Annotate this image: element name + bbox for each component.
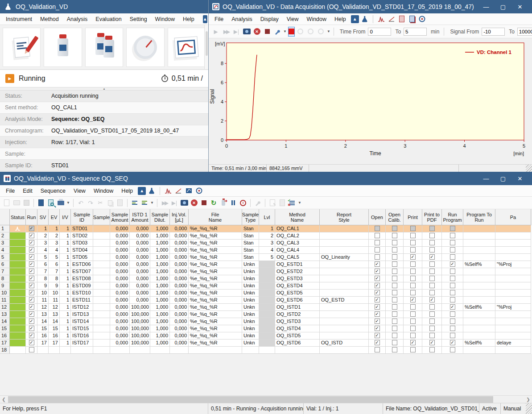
open-checkbox[interactable]: ✓ <box>375 333 380 338</box>
cell-status[interactable] <box>10 325 26 332</box>
cell-open_calib[interactable] <box>386 275 404 282</box>
cell-iv[interactable]: 1 <box>60 247 71 254</box>
menu-analysis[interactable]: Analysis <box>63 13 92 25</box>
cell-idx[interactable]: 12 <box>0 304 10 311</box>
run_program-checkbox[interactable] <box>450 347 455 352</box>
print_pdf-checkbox[interactable] <box>429 240 435 245</box>
cell-method_name[interactable]: OQ_ISTD1 <box>275 304 320 311</box>
cell-run[interactable]: ✓ <box>26 304 37 311</box>
copy-icon[interactable] <box>106 199 115 207</box>
cell-print[interactable] <box>404 232 422 240</box>
cell-param[interactable]: "%Proj <box>495 261 531 268</box>
cell-open_calib[interactable] <box>386 332 404 339</box>
method-icon[interactable] <box>397 15 406 24</box>
cell-iv[interactable] <box>60 347 71 354</box>
cell-run[interactable]: ✓ <box>26 240 37 247</box>
cell-run[interactable]: ✓ <box>26 261 37 268</box>
column-header-open[interactable]: Open <box>369 209 386 225</box>
cell-print_pdf[interactable] <box>422 311 442 318</box>
print_pdf-checkbox[interactable] <box>429 319 435 324</box>
cell-sample_amount[interactable]: 0,000 <box>110 332 130 339</box>
sequence-row-14[interactable]: 14✓14141ISTD140,000100,0001,0000,000%e_%… <box>0 318 532 325</box>
cell-sv[interactable]: 5 <box>37 254 49 261</box>
send-method-icon[interactable]: ➜ <box>219 199 228 207</box>
cell-run_program[interactable] <box>442 225 463 232</box>
calibration-icon[interactable] <box>387 15 396 24</box>
cell-idx[interactable]: 6 <box>0 261 10 268</box>
cell-param[interactable] <box>495 254 531 261</box>
cell-istd_amount[interactable]: 0,000 <box>130 282 150 290</box>
print_pdf-checkbox[interactable] <box>429 311 435 317</box>
run_program-checkbox[interactable] <box>450 269 455 274</box>
cell-print_pdf[interactable] <box>422 325 442 332</box>
cell-sample_type[interactable]: Stan <box>242 225 259 232</box>
cell-print_pdf[interactable] <box>422 232 442 240</box>
run_program-checkbox[interactable] <box>450 247 455 253</box>
cell-ev[interactable]: 7 <box>49 268 60 275</box>
cell-istd_amount[interactable]: 100,000 <box>130 339 150 347</box>
cell-sv[interactable]: 9 <box>37 282 49 290</box>
cell-sample_amount[interactable]: 0,000 <box>110 254 130 261</box>
cell-param[interactable] <box>495 297 531 304</box>
run_program-checkbox[interactable] <box>450 233 455 238</box>
menu-method[interactable]: Method <box>36 13 63 25</box>
cell-print[interactable] <box>404 261 422 268</box>
column-header-sample_dilut[interactable]: Sample Dilut. <box>150 209 170 225</box>
print_pdf-checkbox[interactable] <box>429 261 435 267</box>
open-checkbox[interactable]: ✓ <box>375 319 380 324</box>
cell-file_name[interactable]: %e_%q_%R <box>189 325 242 332</box>
cell-sv[interactable]: 7 <box>37 268 49 275</box>
print_pdf-checkbox[interactable] <box>429 283 435 288</box>
cell-method_name[interactable]: OQ_CAL2 <box>275 232 320 240</box>
run-checkbox[interactable] <box>29 347 34 352</box>
open_calib-checkbox[interactable] <box>392 304 397 310</box>
cell-print[interactable]: ✓ <box>404 339 422 347</box>
cell-print[interactable] <box>404 311 422 318</box>
run-step-icon[interactable]: ▶| <box>232 27 241 36</box>
stop-icon[interactable] <box>199 199 208 207</box>
cell-inj_vol[interactable]: 0,000 <box>170 297 189 304</box>
cell-sample[interactable] <box>93 232 110 240</box>
cell-sample_dilut[interactable]: 1,000 <box>150 282 170 290</box>
cell-print[interactable] <box>404 268 422 275</box>
cell-sample_amount[interactable]: 0,000 <box>110 261 130 268</box>
cell-sample_type[interactable]: Unkn <box>242 304 259 311</box>
cell-print_pdf[interactable] <box>422 261 442 268</box>
cell-status[interactable] <box>10 254 26 261</box>
open_calib-checkbox[interactable] <box>392 247 397 253</box>
dropdown-arrow-icon[interactable]: ▼ <box>66 201 70 205</box>
resize-grip[interactable] <box>526 403 532 414</box>
print_pdf-checkbox[interactable] <box>429 226 435 231</box>
run_program-checkbox[interactable]: ✓ <box>450 340 455 345</box>
close-button[interactable]: ✕ <box>511 172 528 185</box>
cell-sample_id[interactable]: STD01 <box>71 225 93 232</box>
cell-print[interactable] <box>404 275 422 282</box>
cell-open[interactable] <box>369 347 386 354</box>
dropdown-arrow-icon[interactable]: ▼ <box>327 29 330 33</box>
cell-istd_amount[interactable]: 100,000 <box>130 332 150 339</box>
open_calib-checkbox[interactable] <box>392 254 397 260</box>
signal-to-input[interactable] <box>517 28 532 36</box>
open-checkbox[interactable] <box>375 254 380 260</box>
cell-ev[interactable]: 17 <box>49 339 60 347</box>
cell-iv[interactable]: 1 <box>60 282 71 290</box>
abort-icon[interactable]: ✕ <box>190 199 198 207</box>
cell-open_calib[interactable] <box>386 290 404 297</box>
cell-param[interactable] <box>495 318 531 325</box>
cut-icon[interactable]: ✂ <box>96 199 105 207</box>
cell-open[interactable]: ✓ <box>369 261 386 268</box>
open_calib-checkbox[interactable] <box>392 261 397 267</box>
cell-open_calib[interactable] <box>386 325 404 332</box>
cell-status[interactable] <box>10 318 26 325</box>
sequence-row-6[interactable]: 6✓661ESTD060,0000,0001,0000,000%e_%q_%RU… <box>0 261 532 268</box>
cell-iv[interactable]: 1 <box>60 339 71 347</box>
save-file-icon[interactable] <box>22 199 31 207</box>
open_calib-checkbox[interactable] <box>392 326 397 331</box>
column-header-print[interactable]: Print <box>404 209 422 225</box>
open-checkbox[interactable]: ✓ <box>375 297 380 302</box>
maximize-button[interactable]: ▢ <box>495 0 511 13</box>
print_pdf-checkbox[interactable] <box>429 269 435 274</box>
cell-open[interactable]: ✓ <box>369 325 386 332</box>
cell-sample_type[interactable]: Unkn <box>242 311 259 318</box>
toolbar-scrollbar[interactable] <box>204 25 208 69</box>
